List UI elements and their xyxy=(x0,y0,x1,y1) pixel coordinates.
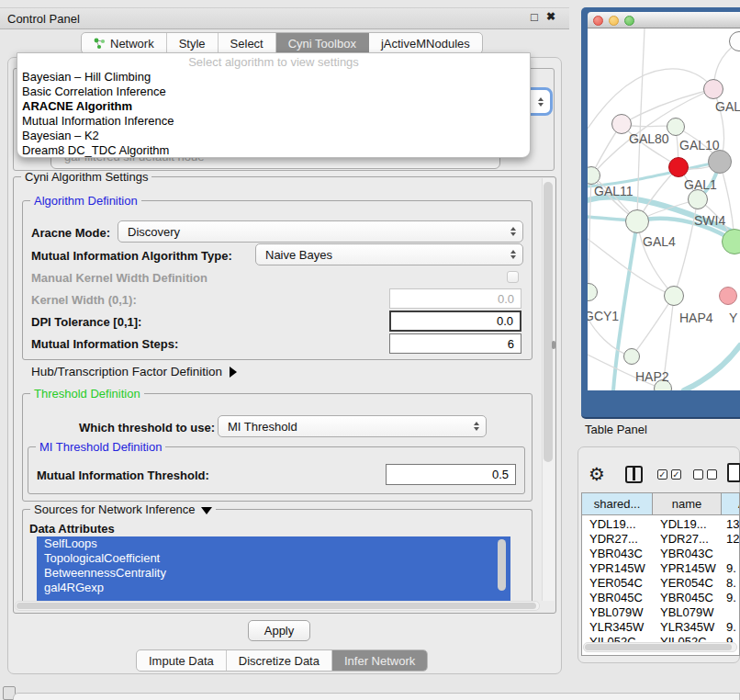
attribute-list-scrollbar[interactable] xyxy=(498,539,506,591)
tab-discretize-data[interactable]: Discretize Data xyxy=(227,650,332,671)
cell-shared-name: YBR045C xyxy=(582,591,653,605)
table-row[interactable]: YPR145W YPR145W 9. xyxy=(582,561,740,576)
attribute-item[interactable]: SelfLoops xyxy=(37,536,510,551)
network-node-gal1[interactable] xyxy=(668,157,689,177)
cell-shared-name: YDR27... xyxy=(582,532,653,547)
table-panel-title: Table Panel xyxy=(585,423,647,436)
mi-threshold-label: Mutual Information Threshold: xyxy=(37,469,209,482)
attribute-item[interactable]: TopologicalCoefficient xyxy=(37,551,510,566)
panel-splitter-handle[interactable] xyxy=(552,341,555,349)
attribute-item[interactable]: gal4RGexp xyxy=(37,581,510,595)
algorithm-option[interactable]: Bayesian – K2 xyxy=(17,129,530,143)
table-row[interactable]: YBR045C YBR045C 9. xyxy=(582,591,740,605)
attribute-item[interactable]: BetweennessCentrality xyxy=(37,566,510,581)
tab-label: Impute Data xyxy=(149,654,214,668)
collapsed-arrow-icon xyxy=(230,367,237,378)
tab-cyni-toolbox[interactable]: Cyni Toolbox xyxy=(276,33,369,53)
which-threshold-combobox[interactable]: MI Threshold xyxy=(218,415,487,437)
node-table: shared... name A YDL19... YDL19... 13 YD… xyxy=(581,492,740,656)
control-panel-titlebar: Control Panel xyxy=(0,7,569,29)
node-label: HAP4 xyxy=(679,310,713,325)
table-row[interactable]: YBL079W YBL079W xyxy=(582,605,740,620)
network-node-gal10[interactable] xyxy=(667,118,685,136)
cell-name: YLR345W xyxy=(653,620,722,635)
node-label: GAL10 xyxy=(679,138,720,152)
gear-icon[interactable]: ⚙ xyxy=(589,463,605,485)
spinner-icon xyxy=(474,422,479,431)
settings-horizontal-scrollbar-thumb[interactable] xyxy=(17,603,536,609)
algorithm-option[interactable]: Dream8 DC_TDC Algorithm xyxy=(17,143,530,158)
cell-shared-name: YER054C xyxy=(582,576,653,591)
table-row[interactable]: YDR27... YDR27... 12 xyxy=(582,532,740,547)
algorithm-dropdown-popup: Select algorithm to view settings Bayesi… xyxy=(17,52,531,158)
spinner-icon xyxy=(510,250,516,259)
mi-threshold-field[interactable]: 0.5 xyxy=(386,464,516,485)
group-title: Algorithm Definition xyxy=(30,194,141,208)
tab-network[interactable]: Network xyxy=(82,33,167,53)
tab-select[interactable]: Select xyxy=(219,33,276,53)
zoom-window-icon[interactable] xyxy=(624,16,634,26)
table-row[interactable]: YDL19... YDL19... 13 xyxy=(582,517,740,532)
algorithm-option[interactable]: Mutual Information Inference xyxy=(17,114,530,129)
algorithm-option-selected[interactable]: ARACNE Algorithm xyxy=(17,99,530,114)
deselect-all-checks-icon[interactable] xyxy=(693,469,717,480)
tab-label: Infer Network xyxy=(344,654,415,668)
tab-label: Select xyxy=(230,37,263,51)
bottom-panel-edge xyxy=(13,693,740,700)
cell-name: YDR27... xyxy=(653,532,722,547)
cell-value: 9. xyxy=(722,591,740,605)
column-header-partial[interactable]: A xyxy=(722,493,740,515)
network-node-hap2[interactable] xyxy=(623,348,640,365)
minimize-window-icon[interactable] xyxy=(609,16,619,26)
algorithm-option[interactable]: Bayesian – Hill Climbing xyxy=(17,70,530,85)
cell-value: 8. xyxy=(722,576,740,591)
algorithm-option[interactable]: Basic Correlation Inference xyxy=(17,85,530,99)
mi-steps-field[interactable]: 6 xyxy=(389,333,521,354)
hub-definition-toggle[interactable]: Hub/Transcription Factor Definition xyxy=(31,365,237,378)
float-panel-icon[interactable]: □ xyxy=(531,10,538,24)
settings-vertical-scrollbar-thumb[interactable] xyxy=(544,182,553,462)
tab-jactivemnodules[interactable]: jActiveMNodules xyxy=(369,33,482,53)
group-title: Sources for Network Inference xyxy=(30,502,216,516)
table-row[interactable]: YER054C YER054C 8. xyxy=(582,576,740,591)
tab-label: Discretize Data xyxy=(239,654,320,668)
close-panel-icon[interactable]: ✖ xyxy=(546,10,555,23)
column-header-shared-name[interactable]: shared... xyxy=(582,493,653,515)
aracne-mode-combobox[interactable]: Discovery xyxy=(118,220,523,243)
network-node[interactable] xyxy=(708,150,732,174)
dpi-tolerance-field[interactable]: 0.0 xyxy=(389,310,521,332)
network-node-swi4[interactable] xyxy=(688,189,708,209)
select-all-checks-icon[interactable]: ✓ ✓ xyxy=(657,469,681,480)
network-node[interactable] xyxy=(703,79,723,99)
tab-impute-data[interactable]: Impute Data xyxy=(137,650,227,671)
network-node[interactable] xyxy=(722,229,740,254)
aracne-mode-label: Aracne Mode: xyxy=(31,226,110,240)
combo-value: Discovery xyxy=(128,225,180,239)
table-row[interactable]: YBR043C YBR043C xyxy=(582,547,740,561)
kernel-width-field[interactable]: 0.0 xyxy=(389,288,521,309)
network-node-hap4[interactable] xyxy=(664,286,684,306)
group-title: MI Threshold Definition xyxy=(36,440,165,454)
data-attributes-list[interactable]: SelfLoops TopologicalCoefficient Between… xyxy=(37,536,510,601)
network-canvas[interactable]: GAL GAL80 GAL10 GAL1 GAL11 SWI4 GAL4 GCY… xyxy=(588,28,740,390)
table-horizontal-scrollbar-thumb[interactable] xyxy=(585,644,732,650)
tab-infer-network[interactable]: Infer Network xyxy=(332,650,427,671)
apply-button[interactable]: Apply xyxy=(248,620,310,641)
spinner-icon xyxy=(510,227,516,236)
close-window-icon[interactable] xyxy=(593,16,603,26)
table-row[interactable]: YLR345W YLR345W 9. xyxy=(582,620,740,635)
export-table-icon[interactable] xyxy=(727,463,740,482)
expanded-arrow-icon[interactable] xyxy=(201,507,212,514)
mi-algorithm-type-combobox[interactable]: Naive Bayes xyxy=(255,243,523,265)
network-node[interactable] xyxy=(719,287,737,305)
data-attributes-label: Data Attributes xyxy=(29,522,115,536)
tab-style[interactable]: Style xyxy=(167,33,219,53)
manual-kernel-width-checkbox[interactable] xyxy=(507,271,519,283)
column-view-icon[interactable] xyxy=(625,466,643,483)
network-node-gal4[interactable] xyxy=(625,209,649,233)
manual-kernel-width-label: Manual Kernel Width Definition xyxy=(31,271,207,285)
network-window-titlebar[interactable] xyxy=(588,12,740,28)
dropdown-placeholder: Select algorithm to view settings xyxy=(17,55,530,70)
column-header-name[interactable]: name xyxy=(653,493,722,515)
cell-value: 9. xyxy=(722,561,740,576)
